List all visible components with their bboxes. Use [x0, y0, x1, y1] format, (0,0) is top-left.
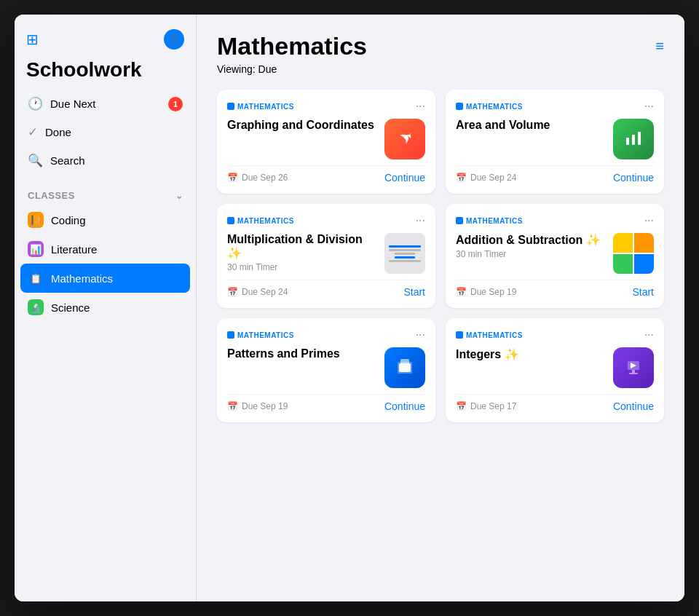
mathematics-badge-icon — [227, 103, 234, 110]
calendar-icon: 📅 — [227, 401, 238, 411]
card-subject: MATHEMATICS — [227, 103, 294, 111]
sidebar-toggle-icon[interactable]: ⊞ — [26, 31, 39, 48]
card-header: MATHEMATICS ··· — [227, 100, 425, 113]
card-info: Graphing and Coordinates — [227, 119, 377, 134]
card-continue-button[interactable]: Continue — [613, 400, 654, 412]
sidebar-item-search[interactable]: 🔍 Search — [20, 147, 190, 174]
app-content: ⊞ 👤 Schoolwork 🕐 Due Next 1 ✓ Done 🔍 Sea… — [15, 15, 684, 601]
card-due: 📅 Due Sep 24 — [227, 287, 288, 297]
card-continue-button[interactable]: Continue — [613, 172, 654, 183]
card-due: 📅 Due Sep 19 — [227, 401, 288, 411]
card-continue-button[interactable]: Continue — [384, 400, 425, 412]
card-subtitle: 30 min Timer — [227, 262, 377, 272]
card-due: 📅 Due Sep 17 — [456, 401, 516, 411]
viewing-label: Viewing: Due — [217, 63, 664, 75]
calendar-icon: 📅 — [456, 287, 467, 297]
card-header: MATHEMATICS ··· — [227, 214, 425, 227]
done-icon: ✓ — [28, 125, 38, 140]
card-header: MATHEMATICS ··· — [227, 328, 425, 341]
card-footer: 📅 Due Sep 19 Start — [456, 280, 654, 298]
page-title: Mathematics — [217, 32, 367, 60]
card-title: Graphing and Coordinates — [227, 119, 377, 132]
main-content: Mathematics ≡ Viewing: Due MATHEMATICS ·… — [197, 15, 684, 601]
mathematics-badge-icon — [456, 331, 463, 339]
sidebar-item-done[interactable]: ✓ Done — [20, 119, 190, 146]
svg-rect-2 — [638, 132, 641, 145]
card-start-button[interactable]: Start — [632, 286, 654, 298]
files-app-icon — [384, 347, 425, 388]
classes-header: Classes ⌄ — [20, 186, 190, 205]
sidebar-item-due-next[interactable]: 🕐 Due Next 1 — [20, 90, 190, 117]
card-header: MATHEMATICS ··· — [456, 328, 654, 341]
sidebar-item-literature[interactable]: 📊 Literature — [20, 234, 190, 264]
sidebar-nav: 🕐 Due Next 1 ✓ Done 🔍 Search — [15, 90, 196, 174]
card-info: Patterns and Primes — [227, 347, 377, 363]
svg-rect-8 — [629, 373, 638, 374]
card-more-button[interactable]: ··· — [416, 328, 425, 341]
filter-icon[interactable]: ≡ — [655, 38, 664, 55]
card-more-button[interactable]: ··· — [416, 100, 425, 113]
classes-section: Classes ⌄ 📙 Coding 📊 Literature 📋 Mathem… — [15, 186, 196, 322]
card-multiplication[interactable]: MATHEMATICS ··· Multiplication & Divisio… — [217, 204, 435, 308]
mathematics-label: Mathematics — [51, 272, 113, 285]
numbers-app-icon — [613, 119, 654, 159]
card-patterns[interactable]: MATHEMATICS ··· Patterns and Primes — [217, 318, 435, 422]
sidebar: ⊞ 👤 Schoolwork 🕐 Due Next 1 ✓ Done 🔍 Sea… — [15, 15, 197, 601]
card-info: Addition & Subtraction ✨ 30 min Timer — [456, 233, 606, 259]
chevron-down-icon[interactable]: ⌄ — [175, 191, 183, 201]
science-label: Science — [51, 301, 90, 314]
main-header: Mathematics ≡ — [217, 32, 664, 60]
sidebar-item-science[interactable]: 🔬 Science — [20, 293, 190, 322]
card-info: Integers ✨ — [456, 347, 606, 363]
search-label: Search — [50, 154, 85, 167]
card-area-volume[interactable]: MATHEMATICS ··· Area and Volume — [446, 90, 664, 194]
card-footer: 📅 Due Sep 26 Continue — [227, 165, 425, 183]
card-body: Addition & Subtraction ✨ 30 min Timer — [456, 233, 654, 274]
mathematics-badge-icon — [456, 103, 463, 110]
card-info: Area and Volume — [456, 119, 606, 134]
sidebar-item-coding[interactable]: 📙 Coding — [20, 205, 190, 234]
card-header: MATHEMATICS ··· — [456, 100, 654, 113]
card-title: Patterns and Primes — [227, 347, 377, 360]
app-window: ⊞ 👤 Schoolwork 🕐 Due Next 1 ✓ Done 🔍 Sea… — [15, 15, 684, 601]
search-icon: 🔍 — [28, 153, 43, 168]
calendar-icon: 📅 — [227, 287, 238, 297]
card-subject: MATHEMATICS — [227, 331, 294, 339]
card-body: Integers ✨ — [456, 347, 654, 388]
card-addition[interactable]: MATHEMATICS ··· Addition & Subtraction ✨… — [446, 204, 664, 308]
card-graphing[interactable]: MATHEMATICS ··· Graphing and Coordinates — [217, 90, 435, 194]
card-more-button[interactable]: ··· — [416, 214, 425, 227]
card-subject: MATHEMATICS — [456, 103, 523, 111]
card-footer: 📅 Due Sep 19 Continue — [227, 394, 425, 412]
card-more-button[interactable]: ··· — [644, 328, 654, 341]
card-footer: 📅 Due Sep 24 Start — [227, 280, 425, 298]
card-body: Graphing and Coordinates — [227, 119, 425, 159]
coding-class-icon: 📙 — [28, 212, 44, 228]
card-continue-button[interactable]: Continue — [384, 172, 425, 183]
due-next-label: Due Next — [50, 98, 96, 110]
card-start-button[interactable]: Start — [403, 286, 425, 298]
card-more-button[interactable]: ··· — [644, 214, 654, 227]
avatar[interactable]: 👤 — [164, 29, 184, 50]
card-footer: 📅 Due Sep 24 Continue — [456, 165, 654, 183]
card-title: Integers ✨ — [456, 347, 606, 361]
card-due: 📅 Due Sep 26 — [227, 173, 288, 183]
card-title: Addition & Subtraction ✨ — [456, 233, 606, 247]
card-body: Multiplication & Division ✨ 30 min Timer — [227, 233, 425, 274]
due-next-icon: 🕐 — [28, 96, 43, 111]
card-integers[interactable]: MATHEMATICS ··· Integers ✨ — [446, 318, 664, 422]
card-subtitle: 30 min Timer — [456, 249, 606, 259]
card-subject: MATHEMATICS — [227, 217, 294, 225]
card-more-button[interactable]: ··· — [644, 100, 654, 113]
keynote-app-icon — [613, 347, 654, 388]
mathematics-class-icon: 📋 — [28, 270, 44, 286]
literature-class-icon: 📊 — [28, 241, 44, 257]
multiplication-thumbnail — [384, 233, 425, 274]
classes-title: Classes — [28, 190, 75, 201]
sidebar-item-mathematics[interactable]: 📋 Mathematics — [20, 264, 190, 293]
card-subject: MATHEMATICS — [456, 331, 523, 339]
card-footer: 📅 Due Sep 17 Continue — [456, 394, 654, 412]
calendar-icon: 📅 — [227, 173, 238, 183]
card-due: 📅 Due Sep 24 — [456, 173, 516, 183]
coding-label: Coding — [51, 214, 86, 226]
